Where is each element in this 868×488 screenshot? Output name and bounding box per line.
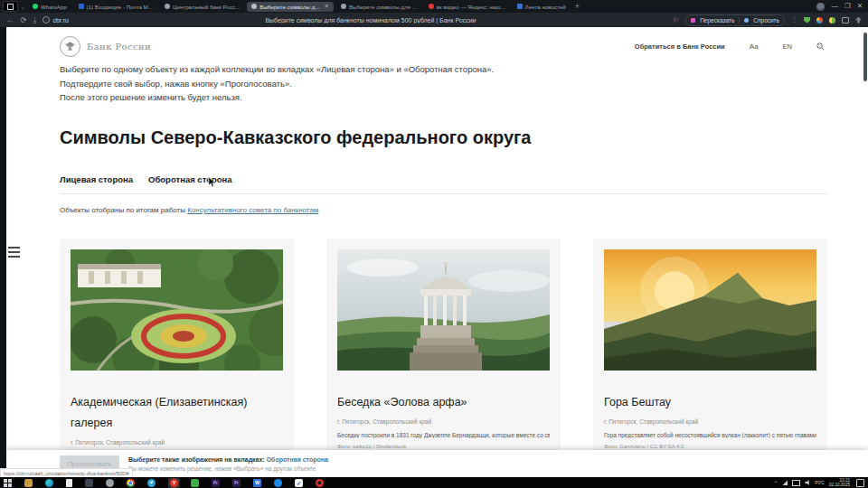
word-icon[interactable]: W <box>253 479 261 487</box>
taskbar-app-icon[interactable] <box>191 479 199 487</box>
chat-extension-icon[interactable] <box>842 17 849 23</box>
tab-cbr-vote-active[interactable]: Выберите символы д... ✕ <box>247 2 334 12</box>
tab-cbr-vote-2[interactable]: Выберите символы для ... <box>336 2 421 12</box>
network-icon[interactable] <box>782 480 788 485</box>
vk-video-icon <box>429 4 434 9</box>
adblock-extension-icon[interactable] <box>804 17 810 23</box>
tab-close-icon[interactable]: ✕ <box>324 3 328 10</box>
card-academic-gallery[interactable]: Академическая (Елизаветинская) галерея г… <box>60 239 294 477</box>
bank-russia-logo-text[interactable]: Банк России <box>87 42 151 52</box>
new-tab-button[interactable]: + <box>575 2 580 11</box>
download-panel-icon[interactable] <box>855 17 862 23</box>
card-photo <box>604 249 816 371</box>
taskbar-app-icon[interactable] <box>106 479 114 487</box>
file-explorer-icon[interactable] <box>66 479 72 487</box>
intro-line: Выберите по одному объекту из каждой кол… <box>60 62 494 77</box>
page-scrollbar[interactable] <box>863 33 867 81</box>
card-location: г. Пятигорск, Ставропольский край <box>604 418 816 425</box>
start-button-icon[interactable] <box>4 479 12 487</box>
card-mount-beshtau[interactable]: Гора Бештау г. Пятигорск, Ставропольский… <box>593 239 827 477</box>
hidden-icons-chevron[interactable]: ⌃ <box>773 480 778 486</box>
intro-line: После этого решение изменить будет нельз… <box>60 90 494 105</box>
card-aeolian-harp[interactable]: Беседка «Эолова арфа» г. Пятигорск, Став… <box>326 239 561 477</box>
clock-date: 02.10.2025 <box>829 483 850 487</box>
browser-side-panel[interactable] <box>0 27 6 477</box>
ask-button[interactable]: Спросить <box>753 17 779 23</box>
chrome-icon[interactable] <box>127 479 135 487</box>
tab-cbr-main[interactable]: Центральный банк Росс... <box>160 2 244 12</box>
notification-center-icon[interactable] <box>856 479 864 487</box>
browser-logo-icon <box>7 4 14 10</box>
reload-icon[interactable]: ⟳ <box>21 16 27 24</box>
extension-icon[interactable] <box>816 17 823 23</box>
tab-vk-video[interactable]: вк видео — Яндекс: наш... <box>424 2 510 12</box>
tab-label: вк видео — Яндекс: наш... <box>437 4 505 10</box>
taskbar-app-icon[interactable]: ✓ <box>295 479 303 487</box>
back-side-link[interactable]: Оборотная сторона <box>267 456 328 463</box>
browser-menu-button[interactable] <box>3 1 18 12</box>
summarize-icon <box>691 18 695 23</box>
card-location: г. Пятигорск, Ставропольский край <box>337 418 550 425</box>
taskbar-app-icon[interactable] <box>24 479 33 487</box>
tab-label: Выберите символы для ... <box>349 4 417 10</box>
profile-avatar[interactable] <box>816 3 825 11</box>
side-tabs: Лицевая сторона Оборотная сторона <box>60 174 232 184</box>
display-icon[interactable] <box>792 480 800 486</box>
address-bar[interactable]: cbr.ru <box>42 16 69 23</box>
telegram-icon[interactable] <box>147 479 156 487</box>
search-icon[interactable] <box>816 38 825 54</box>
font-size-button[interactable]: Аа <box>750 42 759 51</box>
intro-line: Подтвердите свой выбор, нажав кнопку «Пр… <box>60 77 494 91</box>
mail-icon <box>79 4 84 9</box>
edge-icon[interactable] <box>45 479 53 487</box>
card-photo <box>71 249 283 371</box>
premiere-icon[interactable]: Pr <box>232 479 241 487</box>
tab-mail-inbox[interactable]: (1) Входящие - Почта M... <box>74 2 157 12</box>
window-close-button[interactable]: ✕ <box>857 3 863 10</box>
ai-actions: Пересказать Спросить <box>685 14 785 26</box>
cbr-favicon-icon <box>341 4 346 9</box>
whatsapp-icon <box>33 4 38 9</box>
downloads-icon[interactable]: ⤓ <box>33 16 37 24</box>
intro-text: Выберите по одному объекту из каждой кол… <box>60 62 494 105</box>
extension-icon[interactable] <box>829 17 835 23</box>
sidebar-toggle-icon[interactable] <box>8 247 20 260</box>
browser-tabbar: ⌄ WhatsApp (1) Входящие - Почта M... Цен… <box>0 0 868 13</box>
window-minimize-button[interactable]: — <box>831 3 838 10</box>
advisory-council-link[interactable]: Консультативного совета по банкнотам <box>187 206 318 214</box>
keyboard-language[interactable]: РУС <box>815 481 825 485</box>
premiere-icon[interactable]: Pr <box>212 479 220 487</box>
taskbar-app-icon[interactable] <box>274 479 282 487</box>
card-photo <box>337 249 550 371</box>
clock[interactable]: 13:21 02.10.2025 <box>829 478 850 487</box>
divider <box>739 17 740 23</box>
more-menu-icon[interactable]: ⋮ <box>791 16 797 23</box>
bank-russia-emblem-icon <box>60 36 80 57</box>
contact-bank-link[interactable]: Обратиться в Банк России <box>635 42 725 51</box>
page-title-in-bar: Выберите символы для банкноты номиналом … <box>75 17 666 23</box>
news-icon <box>517 4 523 9</box>
tab-news-feed[interactable]: Лента новостей <box>513 2 571 12</box>
tab-back-side[interactable]: Оборотная сторона <box>148 174 232 184</box>
tab-whatsapp[interactable]: WhatsApp <box>28 2 71 12</box>
window-maximize-button[interactable]: ❐ <box>844 3 851 10</box>
taskbar-app-icon[interactable] <box>85 479 93 487</box>
back-icon[interactable]: ← <box>6 16 14 24</box>
tab-front-side[interactable]: Лицевая сторона <box>60 174 133 184</box>
language-switch[interactable]: EN <box>783 42 792 51</box>
tab-label: WhatsApp <box>41 4 67 10</box>
card-title[interactable]: Гора Бештау <box>604 392 816 413</box>
taskbar: Y Pr Pr W ✓ ⌃ РУС 13:21 02.10.2025 <box>0 477 868 488</box>
mouse-cursor-icon <box>208 176 216 188</box>
taskbar-app-icon[interactable] <box>316 479 324 487</box>
card-description: Беседку построили в 1831 году Джузеппе Б… <box>337 432 550 438</box>
card-title[interactable]: Беседка «Эолова арфа» <box>337 392 550 413</box>
bookmark-icon[interactable]: ⚐ <box>673 16 679 24</box>
site-info-icon[interactable] <box>42 16 50 23</box>
volume-icon[interactable] <box>805 480 810 485</box>
yandex-browser-active-icon[interactable]: Y <box>168 478 180 488</box>
card-title[interactable]: Академическая (Елизаветинская) галерея <box>71 392 283 434</box>
summarize-button[interactable]: Пересказать <box>700 17 734 23</box>
page-title: Символы Северо-Кавказского федерального … <box>60 127 531 148</box>
tab-list-chevron-icon[interactable]: ⌄ <box>21 4 25 10</box>
